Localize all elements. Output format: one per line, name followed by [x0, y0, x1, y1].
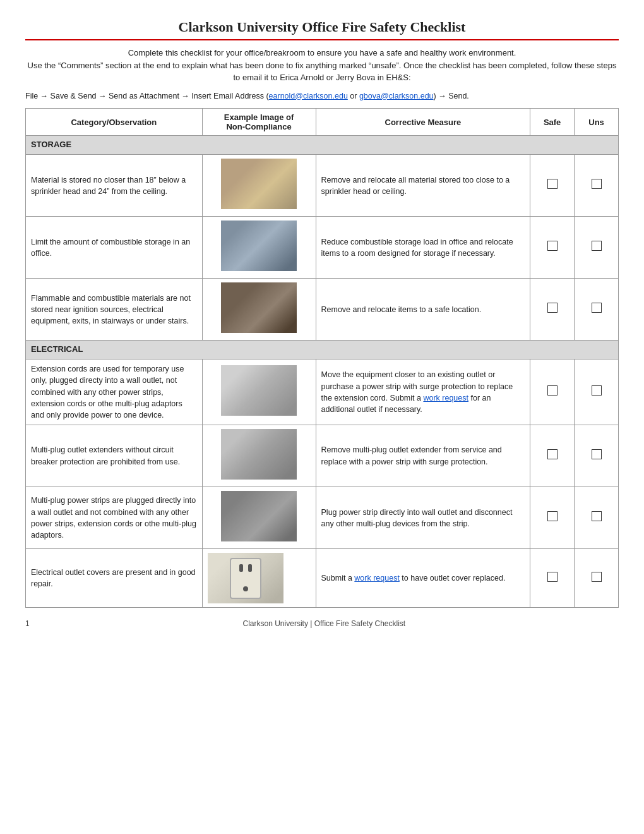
unsafe-checkbox[interactable]	[592, 385, 602, 396]
safe-checkbox[interactable]	[547, 241, 558, 251]
safe-checkbox-cell[interactable]	[530, 360, 575, 425]
table-row: Flammable and combustible materials are …	[26, 279, 619, 341]
safe-checkbox[interactable]	[547, 511, 558, 521]
table-row: Electrical outlet covers are present and…	[26, 549, 619, 608]
table-row: Material is stored no closer than 18” be…	[26, 155, 619, 217]
unsafe-checkbox[interactable]	[592, 179, 602, 189]
email1-link[interactable]: earnold@clarkson.edu	[269, 92, 348, 100]
image-cell	[202, 217, 316, 279]
safe-checkbox-cell[interactable]	[530, 279, 575, 341]
corrective-cell: Submit a work request to have outlet cov…	[316, 549, 530, 608]
observation-cell: Limit the amount of combustible storage …	[26, 217, 203, 279]
unsafe-checkbox-cell[interactable]	[575, 217, 619, 279]
footer-text: Clarkson University | Office Fire Safety…	[30, 619, 619, 628]
table-row: Extension cords are used for temporary u…	[26, 360, 619, 425]
table-row: Multi-plug power strips are plugged dire…	[26, 487, 619, 549]
unsafe-checkbox-cell[interactable]	[575, 487, 619, 549]
safe-checkbox-cell[interactable]	[530, 155, 575, 217]
unsafe-checkbox[interactable]	[592, 303, 602, 313]
safe-checkbox[interactable]	[547, 179, 558, 189]
header-image: Example Image of Non-Compliance	[202, 109, 316, 136]
corrective-cell: Remove and relocate items to a safe loca…	[316, 279, 530, 341]
table-row: Limit the amount of combustible storage …	[26, 217, 619, 279]
email2-link[interactable]: gbova@clarkson.edu	[359, 92, 434, 100]
header-corrective: Corrective Measure	[316, 109, 530, 136]
observation-cell: Material is stored no closer than 18” be…	[26, 155, 203, 217]
safe-checkbox-cell[interactable]	[530, 549, 575, 608]
unsafe-checkbox-cell[interactable]	[575, 549, 619, 608]
unsafe-checkbox[interactable]	[592, 449, 602, 459]
section-header-row: ELECTRICAL	[26, 341, 619, 360]
image-cell	[202, 155, 316, 217]
unsafe-checkbox[interactable]	[592, 241, 602, 251]
unsafe-checkbox-cell[interactable]	[575, 360, 619, 425]
corrective-cell: Move the equipment closer to an existing…	[316, 360, 530, 425]
header-safe: Safe	[530, 109, 575, 136]
safe-checkbox-cell[interactable]	[530, 425, 575, 486]
image-cell	[202, 487, 316, 549]
corrective-cell: Remove multi-plug outlet extender from s…	[316, 425, 530, 486]
observation-cell: Multi-plug power strips are plugged dire…	[26, 487, 203, 549]
safe-checkbox[interactable]	[547, 385, 558, 396]
corrective-cell: Remove and relocate all material stored …	[316, 155, 530, 217]
unsafe-checkbox-cell[interactable]	[575, 279, 619, 341]
unsafe-checkbox-cell[interactable]	[575, 155, 619, 217]
observation-cell: Electrical outlet covers are present and…	[26, 549, 203, 608]
safe-checkbox[interactable]	[547, 449, 558, 459]
corrective-cell: Reduce combustible storage load in offic…	[316, 217, 530, 279]
file-instructions: File → Save & Send → Send as Attachment …	[25, 90, 619, 102]
page-number: 1	[25, 619, 30, 628]
safe-checkbox[interactable]	[547, 572, 558, 582]
header-category: Category/Observation	[26, 109, 203, 136]
safe-checkbox-cell[interactable]	[530, 217, 575, 279]
unsafe-checkbox[interactable]	[592, 572, 602, 582]
safe-checkbox[interactable]	[547, 303, 558, 313]
title-divider	[25, 39, 619, 40]
intro-text: Complete this checklist for your office/…	[25, 47, 619, 84]
unsafe-checkbox-cell[interactable]	[575, 425, 619, 486]
image-cell	[202, 549, 316, 608]
corrective-cell: Plug power strip directly into wall outl…	[316, 487, 530, 549]
image-cell	[202, 360, 316, 425]
section-header-row: STORAGE	[26, 136, 619, 155]
observation-cell: Flammable and combustible materials are …	[26, 279, 203, 341]
page-title: Clarkson University Office Fire Safety C…	[25, 19, 619, 35]
image-cell	[202, 279, 316, 341]
observation-cell: Multi-plug outlet extenders without circ…	[26, 425, 203, 486]
checklist-table: Category/Observation Example Image of No…	[25, 108, 619, 608]
work-request-link[interactable]: work request	[423, 394, 468, 402]
observation-cell: Extension cords are used for temporary u…	[26, 360, 203, 425]
header-unsafe: Uns	[575, 109, 619, 136]
safe-checkbox-cell[interactable]	[530, 487, 575, 549]
table-row: Multi-plug outlet extenders without circ…	[26, 425, 619, 486]
work-request-link[interactable]: work request	[354, 574, 400, 583]
unsafe-checkbox[interactable]	[592, 511, 602, 521]
footer: 1 Clarkson University | Office Fire Safe…	[25, 619, 619, 628]
image-cell	[202, 425, 316, 486]
